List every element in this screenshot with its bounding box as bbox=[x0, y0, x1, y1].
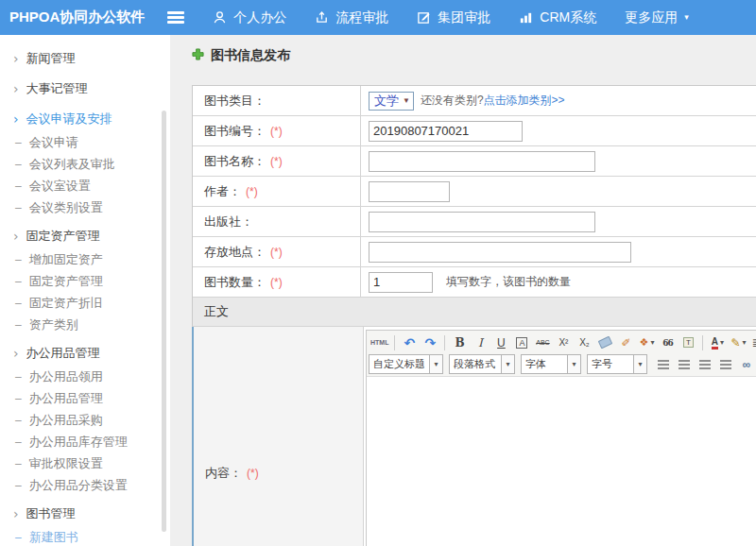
caret-down-icon[interactable]: ▾ bbox=[634, 354, 647, 374]
sidebar-item-asset-category[interactable]: 资产类别 bbox=[0, 314, 170, 335]
add-category-link[interactable]: 点击添加类别>> bbox=[484, 93, 565, 109]
hamburger-menu-icon[interactable] bbox=[167, 11, 184, 24]
sidebar-item-label: 新建图书 bbox=[29, 529, 78, 546]
custom-heading-select[interactable]: 自定义标题 bbox=[369, 354, 430, 374]
select-label: 自定义标题 bbox=[373, 357, 425, 371]
sidebar-item-book-new[interactable]: 新建图书 bbox=[0, 526, 170, 546]
sidebar-item-supplies-category[interactable]: 办公用品分类设置 bbox=[0, 474, 170, 496]
sidebar-item-asset-manage[interactable]: 固定资产管理 bbox=[0, 270, 170, 292]
sidebar-item-label: 办公用品库存管理 bbox=[29, 434, 128, 451]
align-left-button[interactable] bbox=[654, 355, 673, 374]
sidebar-item-memorabilia-mgmt[interactable]: 大事记管理 bbox=[0, 77, 170, 101]
highlight-button[interactable]: ▾ bbox=[729, 333, 747, 352]
align-right-button[interactable] bbox=[696, 355, 714, 374]
sidebar-item-label: 会议类别设置 bbox=[29, 199, 103, 216]
field-label: 图书名称： bbox=[204, 153, 266, 170]
strikethrough-button[interactable] bbox=[533, 333, 552, 352]
caret-down-icon[interactable]: ▾ bbox=[568, 354, 581, 374]
editor-content-area[interactable] bbox=[367, 377, 756, 546]
html-source-button[interactable] bbox=[369, 333, 389, 352]
nav-group-approval[interactable]: 集团审批 bbox=[417, 9, 490, 26]
field-label: 出版社： bbox=[204, 213, 253, 230]
book-name-input[interactable] bbox=[369, 151, 595, 172]
sidebar-item-meeting-request[interactable]: 会议申请及安排 bbox=[0, 107, 170, 131]
insert-link-button[interactable] bbox=[737, 355, 756, 374]
clear-format-button[interactable] bbox=[616, 333, 635, 352]
caret-down-icon[interactable]: ▾ bbox=[430, 354, 443, 374]
editor-toolbar-row-1: ▾ ▾ ▾ ▾ ▾ bbox=[369, 332, 756, 353]
sidebar-item-asset-add[interactable]: 增加固定资产 bbox=[0, 248, 170, 270]
sidebar-item-label: 办公用品分类设置 bbox=[29, 477, 128, 494]
dash-icon bbox=[15, 479, 22, 492]
nav-label: 个人办公 bbox=[233, 9, 286, 26]
font-size-select[interactable]: 字号 bbox=[587, 354, 634, 374]
eraser-button[interactable] bbox=[595, 333, 614, 352]
category-select[interactable]: 文学 ▼ bbox=[369, 92, 414, 111]
font-color-button[interactable]: ▾ bbox=[708, 333, 727, 352]
sidebar-item-supplies-inventory[interactable]: 办公用品库存管理 bbox=[0, 431, 170, 452]
sidebar-item-book-mgmt[interactable]: 图书管理 bbox=[0, 502, 170, 526]
font-family-select[interactable]: 字体 bbox=[521, 354, 568, 374]
location-input[interactable] bbox=[369, 242, 631, 263]
sidebar-item-meeting-list[interactable]: 会议列表及审批 bbox=[0, 153, 170, 175]
sidebar-item-supplies-claim[interactable]: 办公用品领用 bbox=[0, 366, 170, 387]
required-mark: (*) bbox=[270, 125, 283, 138]
sidebar-item-label: 办公用品管理 bbox=[29, 390, 103, 407]
nav-workflow-approval[interactable]: 流程审批 bbox=[315, 9, 388, 26]
dash-icon bbox=[15, 201, 22, 214]
subscript-button[interactable] bbox=[575, 333, 593, 352]
rich-text-editor: ▾ ▾ ▾ ▾ ▾ 自定义标题▾ 段落格式▾ bbox=[366, 330, 756, 546]
sidebar-item-label: 办公用品管理 bbox=[26, 345, 100, 362]
chevron-right-icon bbox=[13, 81, 19, 96]
nav-crm-system[interactable]: CRM系统 bbox=[519, 9, 596, 26]
ordered-list-button[interactable]: ▾ bbox=[749, 333, 756, 352]
sidebar-scrollbar[interactable] bbox=[162, 111, 166, 532]
italic-button[interactable] bbox=[471, 333, 490, 352]
field-label: 图书编号： bbox=[204, 123, 266, 140]
sidebar-item-label: 会议申请 bbox=[29, 134, 78, 151]
font-border-button[interactable] bbox=[512, 333, 531, 352]
sidebar-item-asset-depreciation[interactable]: 固定资产折旧 bbox=[0, 292, 170, 314]
quantity-input[interactable] bbox=[369, 272, 433, 293]
sidebar-item-asset-mgmt[interactable]: 固定资产管理 bbox=[0, 224, 170, 248]
sidebar-item-label: 新闻管理 bbox=[26, 50, 76, 67]
redo-button[interactable] bbox=[421, 333, 439, 352]
book-number-input[interactable] bbox=[369, 121, 523, 142]
editor-toolbar-row-2: 自定义标题▾ 段落格式▾ 字体▾ 字号▾ bbox=[369, 353, 756, 375]
form-row-publisher: 出版社： bbox=[193, 207, 756, 237]
caret-down-icon: ▾ bbox=[720, 338, 724, 347]
bold-button[interactable] bbox=[450, 333, 469, 352]
align-center-button[interactable] bbox=[675, 355, 694, 374]
caret-down-icon[interactable]: ▾ bbox=[502, 354, 515, 374]
sidebar-item-supplies-purchase[interactable]: 办公用品采购 bbox=[0, 409, 170, 431]
sidebar-item-meeting-category[interactable]: 会议类别设置 bbox=[0, 196, 170, 218]
nav-label: 更多应用 bbox=[625, 9, 678, 26]
required-mark: (*) bbox=[270, 246, 283, 259]
sidebar-item-supplies-manage[interactable]: 办公用品管理 bbox=[0, 387, 170, 409]
sidebar-item-label: 办公用品领用 bbox=[29, 368, 103, 385]
undo-button[interactable] bbox=[400, 333, 419, 352]
sidebar-item-news-mgmt[interactable]: 新闻管理 bbox=[0, 46, 170, 71]
nav-personal-office[interactable]: 个人办公 bbox=[213, 9, 286, 26]
sidebar-item-label: 固定资产管理 bbox=[26, 228, 100, 245]
blockquote-button[interactable] bbox=[658, 333, 677, 352]
sidebar-item-meeting-apply[interactable]: 会议申请 bbox=[0, 131, 170, 153]
sidebar-item-label: 资产类别 bbox=[29, 316, 78, 333]
page-title: 图书信息发布 bbox=[192, 47, 756, 64]
chevron-right-icon bbox=[13, 506, 19, 521]
format-painter-button[interactable]: ▾ bbox=[637, 333, 656, 352]
paragraph-format-select[interactable]: 段落格式 bbox=[449, 354, 502, 374]
author-input[interactable] bbox=[369, 181, 450, 202]
sidebar-item-approval-permission[interactable]: 审批权限设置 bbox=[0, 452, 170, 474]
category-select-value: 文学 bbox=[374, 93, 399, 110]
publisher-input[interactable] bbox=[369, 212, 595, 232]
nav-more-apps[interactable]: 更多应用 ▾ bbox=[625, 9, 689, 26]
align-justify-button[interactable] bbox=[716, 355, 735, 374]
quantity-hint: 填写数字，该图书的数量 bbox=[446, 274, 571, 290]
form-row-book-number: 图书编号：(*) bbox=[193, 116, 756, 146]
sidebar-item-meeting-room[interactable]: 会议室设置 bbox=[0, 175, 170, 196]
sidebar-item-supplies-mgmt[interactable]: 办公用品管理 bbox=[0, 341, 170, 366]
superscript-button[interactable] bbox=[554, 333, 573, 352]
underline-button[interactable] bbox=[491, 333, 510, 352]
paste-button[interactable] bbox=[679, 333, 697, 352]
